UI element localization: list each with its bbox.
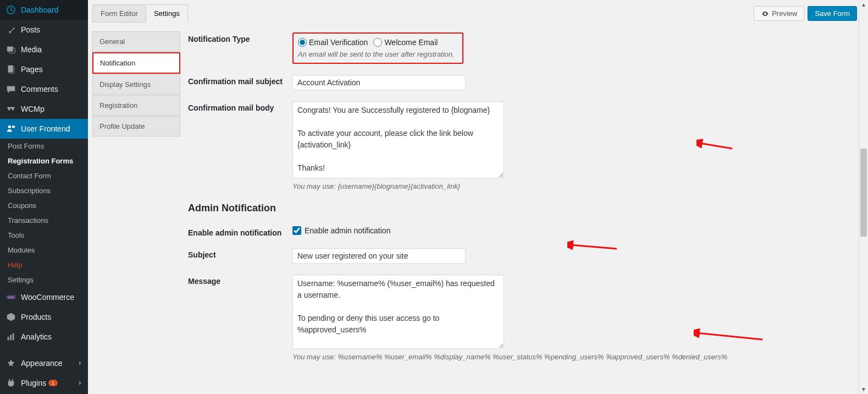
enable-admin-checkbox[interactable]: [292, 226, 301, 235]
svg-rect-11: [13, 333, 14, 341]
confirmation-body-textarea[interactable]: [292, 101, 504, 178]
notification-type-label: Notification Type: [188, 32, 292, 43]
sidebar-item-label: User Frontend: [21, 124, 70, 133]
snav-notification[interactable]: Notification: [92, 52, 180, 74]
preview-label: Preview: [772, 9, 797, 18]
subitem-post-forms[interactable]: Post Forms: [0, 139, 88, 154]
top-actions: Preview Save Form: [754, 6, 857, 21]
appearance-icon: [5, 358, 16, 369]
sidebar-item-analytics[interactable]: Analytics: [0, 327, 88, 347]
sidebar-item-appearance[interactable]: Appearance: [0, 353, 88, 373]
main-content: Form Editor Settings Preview Save Form G…: [88, 0, 868, 394]
enable-admin-checkbox-wrap[interactable]: Enable admin notification: [292, 226, 852, 235]
form-area: Notification Type Email Verification: [188, 31, 863, 394]
wcmp-icon: [5, 103, 16, 114]
scroll-up-icon[interactable]: ▲: [859, 0, 868, 9]
svg-rect-1: [7, 47, 13, 52]
media-icon: [5, 44, 16, 55]
radio-email-verification[interactable]: Email Verification: [298, 38, 368, 47]
sidebar-item-user-frontend[interactable]: User Frontend: [0, 119, 88, 139]
enable-admin-checkbox-label: Enable admin notification: [305, 226, 390, 235]
svg-text:woo: woo: [8, 296, 14, 299]
sidebar-item-label: Dashboard: [21, 6, 59, 14]
notification-type-highlight-box: Email Verification Welcome Email An emai…: [292, 32, 463, 64]
settings-nav: General Notification Display Settings Re…: [92, 31, 180, 394]
sidebar-item-products[interactable]: Products: [0, 307, 88, 327]
subitem-registration-forms[interactable]: Registration Forms: [0, 154, 88, 168]
sidebar-item-media[interactable]: Media: [0, 40, 88, 59]
sidebar-item-label: Media: [21, 45, 42, 54]
subitem-coupons[interactable]: Coupons: [0, 198, 88, 213]
notification-type-help: An email will be sent to the user after …: [298, 50, 455, 58]
sidebar-item-wcmp[interactable]: WCMp: [0, 99, 88, 119]
scroll-thumb[interactable]: [860, 149, 867, 237]
topbar: Form Editor Settings Preview Save Form: [88, 0, 868, 23]
scrollbar[interactable]: ▲ ▼: [859, 0, 868, 394]
sidebar-item-pages[interactable]: Pages: [0, 59, 88, 79]
sidebar-item-label: Posts: [21, 25, 40, 34]
snav-general[interactable]: General: [92, 31, 180, 52]
radio-email-verification-input[interactable]: [298, 38, 307, 47]
subitem-subscriptions[interactable]: Subscriptions: [0, 183, 88, 198]
sidebar-item-comments[interactable]: Comments: [0, 79, 88, 99]
sidebar-item-label: Pages: [21, 65, 43, 74]
confirmation-body-hint: You may use: {username}{blogname}{activa…: [292, 182, 852, 190]
preview-button[interactable]: Preview: [754, 6, 804, 21]
radio-welcome-email[interactable]: Welcome Email: [373, 38, 438, 47]
admin-notification-title: Admin Notification: [188, 203, 852, 214]
svg-rect-9: [8, 337, 9, 340]
subitem-contact-form[interactable]: Contact Form: [0, 168, 88, 183]
sidebar-item-label: Comments: [21, 85, 58, 94]
userfrontend-icon: [5, 123, 16, 134]
svg-rect-10: [10, 335, 12, 340]
snav-registration[interactable]: Registration: [92, 95, 180, 116]
sidebar-item-label: Plugins: [21, 379, 46, 387]
sidebar-item-woocommerce[interactable]: woo WooCommerce: [0, 287, 88, 307]
message-textarea[interactable]: [292, 275, 504, 349]
admin-sidebar: Dashboard Posts Media Pages Comments WCM…: [0, 0, 88, 394]
subject-input[interactable]: [292, 248, 466, 264]
subitem-modules[interactable]: Modules: [0, 243, 88, 258]
pages-icon: [5, 64, 16, 75]
subitem-transactions[interactable]: Transactions: [0, 213, 88, 228]
confirmation-subject-label: Confirmation mail subject: [188, 75, 292, 86]
products-icon: [5, 311, 16, 322]
save-form-button[interactable]: Save Form: [808, 6, 857, 21]
plugins-icon: [5, 377, 16, 388]
radio-welcome-email-input[interactable]: [373, 38, 382, 47]
sidebar-item-label: WooCommerce: [21, 293, 74, 302]
enable-admin-label: Enable admin notification: [188, 226, 292, 237]
comments-icon: [5, 84, 16, 95]
tab-form-editor[interactable]: Form Editor: [92, 4, 146, 23]
sidebar-item-label: Products: [21, 313, 51, 321]
tabs: Form Editor Settings: [92, 4, 187, 23]
sidebar-item-dashboard[interactable]: Dashboard: [0, 0, 88, 20]
snav-display-settings[interactable]: Display Settings: [92, 74, 180, 95]
sidebar-item-posts[interactable]: Posts: [0, 20, 88, 40]
woo-icon: woo: [5, 292, 16, 303]
radio-email-verification-label: Email Verification: [309, 38, 368, 47]
confirmation-subject-input[interactable]: [292, 75, 466, 90]
dashboard-icon: [5, 4, 16, 15]
sidebar-item-plugins[interactable]: Plugins 1: [0, 373, 88, 393]
sidebar-item-label: Appearance: [21, 359, 63, 368]
tab-settings[interactable]: Settings: [146, 4, 188, 23]
subitem-help[interactable]: Help: [0, 258, 88, 272]
subitem-settings[interactable]: Settings: [0, 272, 88, 287]
analytics-icon: [5, 331, 16, 342]
svg-rect-6: [12, 126, 15, 128]
confirmation-body-label: Confirmation mail body: [188, 101, 292, 112]
pin-icon: [5, 24, 16, 35]
message-hint: You may use: %username% %user_email% %di…: [292, 353, 852, 361]
message-label: Message: [188, 275, 292, 286]
sidebar-item-label: Analytics: [21, 332, 52, 341]
eye-icon: [761, 10, 770, 18]
scroll-down-icon[interactable]: ▼: [859, 385, 868, 394]
subitem-tools[interactable]: Tools: [0, 228, 88, 243]
sidebar-item-label: WCMp: [21, 105, 45, 113]
svg-point-5: [8, 125, 11, 128]
subject-label: Subject: [188, 248, 292, 259]
snav-profile-update[interactable]: Profile Update: [92, 116, 180, 136]
radio-welcome-email-label: Welcome Email: [384, 38, 438, 47]
plugins-badge: 1: [48, 380, 58, 386]
